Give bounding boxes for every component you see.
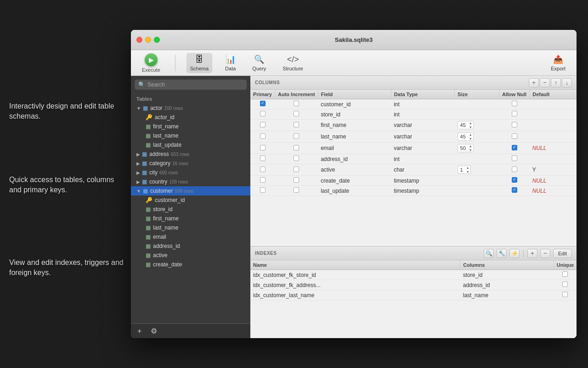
auto-inc-checkbox[interactable]: [294, 187, 299, 193]
auto-inc-checkbox[interactable]: [294, 111, 299, 116]
auto-inc-checkbox[interactable]: [294, 122, 299, 127]
edit-index-button[interactable]: Edit: [553, 249, 572, 258]
table-row[interactable]: activechar1▲▼Y: [250, 164, 577, 176]
auto-inc-checkbox[interactable]: [294, 133, 299, 139]
column-last-update-actor[interactable]: ▦ last_update: [131, 140, 250, 150]
add-index-button[interactable]: +: [527, 249, 537, 258]
auto-inc-checkbox[interactable]: [294, 177, 299, 183]
close-button[interactable]: [136, 37, 142, 43]
table-item-address[interactable]: ▶ ▦ address 603 rows: [131, 150, 250, 159]
search-box[interactable]: 🔍 Search: [135, 80, 247, 90]
remove-column-button[interactable]: −: [540, 78, 550, 87]
lightning-index-button[interactable]: ⚡: [509, 249, 520, 258]
schema-button[interactable]: 🗄 Schema: [187, 53, 212, 73]
auto-inc-checkbox[interactable]: [294, 145, 299, 150]
minimize-button[interactable]: [145, 37, 151, 43]
search-index-button[interactable]: 🔍: [484, 249, 494, 258]
allow-null-checkbox[interactable]: [512, 187, 517, 193]
add-column-button[interactable]: +: [529, 78, 539, 87]
table-item-category[interactable]: ▶ ▦ category 16 rows: [131, 159, 250, 168]
column-create-date-customer[interactable]: ▦ create_date: [131, 260, 250, 269]
query-label: Query: [252, 66, 266, 71]
table-row[interactable]: customer_idint: [250, 99, 577, 109]
structure-button[interactable]: </> Structure: [279, 53, 307, 73]
cell-auto-inc: [275, 143, 318, 154]
allow-null-checkbox[interactable]: [512, 145, 517, 150]
column-last-name-customer[interactable]: ▦ last_name: [131, 223, 250, 232]
size-stepper[interactable]: 1▲▼: [458, 166, 471, 174]
size-stepper[interactable]: 50▲▼: [458, 144, 474, 152]
data-icon: 📊: [226, 54, 236, 64]
auto-inc-checkbox[interactable]: [294, 101, 299, 106]
size-stepper[interactable]: 45▲▼: [458, 132, 474, 141]
table-row[interactable]: create_datetimestampNULL: [250, 176, 577, 186]
primary-checkbox[interactable]: [260, 177, 266, 183]
table-row[interactable]: last_updatetimestampNULL: [250, 186, 577, 196]
column-first-name-actor[interactable]: ▦ first_name: [131, 122, 250, 131]
wrench-index-button[interactable]: 🔧: [497, 249, 507, 258]
allow-null-checkbox[interactable]: [512, 155, 517, 161]
cell-default: NULL: [530, 143, 577, 154]
query-button[interactable]: 🔍 Query: [249, 52, 270, 73]
index-row[interactable]: idx_customer_last_namelast_name: [250, 290, 577, 300]
column-address-id-customer[interactable]: ▦ address_id: [131, 242, 250, 251]
table-row[interactable]: store_idint: [250, 109, 577, 120]
primary-checkbox[interactable]: [260, 187, 266, 193]
column-store-id[interactable]: ▦ store_id: [131, 205, 250, 214]
primary-checkbox[interactable]: [260, 122, 266, 127]
allow-null-checkbox[interactable]: [512, 177, 517, 183]
column-customer-id[interactable]: 🔑 customer_id: [131, 196, 250, 205]
add-table-button[interactable]: +: [135, 326, 144, 336]
move-up-button[interactable]: ↑: [551, 78, 561, 87]
remove-index-button[interactable]: −: [540, 249, 550, 258]
primary-checkbox[interactable]: [260, 101, 266, 106]
column-active-customer[interactable]: ▦ active: [131, 251, 250, 260]
table-row[interactable]: address_idint: [250, 154, 577, 164]
cell-data-type: char: [391, 164, 454, 176]
cell-idx-columns: store_id: [460, 270, 554, 280]
size-stepper[interactable]: 45▲▼: [458, 121, 474, 129]
index-row[interactable]: idx_customer_fk_store_idstore_id: [250, 270, 577, 280]
col-icon-last-name: ▦: [146, 132, 151, 139]
execute-button[interactable]: ▶ Execute: [138, 52, 164, 75]
allow-null-checkbox[interactable]: [512, 101, 517, 106]
cell-data-type: varchar: [391, 120, 454, 131]
export-button[interactable]: 📤 Export: [547, 52, 569, 73]
cell-idx-unique: [554, 270, 577, 280]
cell-primary: [250, 164, 275, 176]
table-item-country[interactable]: ▶ ▦ country 109 rows: [131, 177, 250, 186]
allow-null-checkbox[interactable]: [512, 167, 517, 172]
column-email-customer[interactable]: ▦ email: [131, 232, 250, 242]
column-actor-id[interactable]: 🔑 actor_id: [131, 113, 250, 122]
maximize-button[interactable]: [154, 37, 160, 43]
data-button[interactable]: 📊 Data: [221, 52, 239, 73]
primary-checkbox[interactable]: [260, 111, 266, 116]
primary-checkbox[interactable]: [260, 155, 266, 161]
settings-button[interactable]: ⚙: [148, 326, 160, 336]
auto-inc-checkbox[interactable]: [294, 167, 299, 172]
col-icon-store-id: ▦: [146, 206, 151, 213]
primary-checkbox[interactable]: [260, 145, 266, 150]
table-row[interactable]: first_namevarchar45▲▼: [250, 120, 577, 131]
table-item-city[interactable]: ▶ ▦ city 600 rows: [131, 168, 250, 177]
table-item-customer[interactable]: ▼ ▦ customer 599 rows: [131, 186, 250, 196]
column-last-name-actor[interactable]: ▦ last_name: [131, 131, 250, 140]
primary-checkbox[interactable]: [260, 167, 266, 172]
cell-auto-inc: [275, 186, 318, 196]
table-row[interactable]: emailvarchar50▲▼NULL: [250, 143, 577, 154]
allow-null-checkbox[interactable]: [512, 133, 517, 139]
unique-checkbox[interactable]: [562, 271, 568, 277]
allow-null-checkbox[interactable]: [512, 111, 517, 116]
unique-checkbox[interactable]: [562, 292, 568, 297]
auto-inc-checkbox[interactable]: [294, 155, 299, 161]
unique-checkbox[interactable]: [562, 282, 568, 287]
table-row[interactable]: last_namevarchar45▲▼: [250, 131, 577, 143]
index-row[interactable]: idx_customer_fk_address...address_id: [250, 280, 577, 290]
th-allow-null: Allow Null: [499, 90, 530, 99]
primary-checkbox[interactable]: [260, 133, 266, 139]
move-down-button[interactable]: ↓: [562, 78, 572, 87]
allow-null-checkbox[interactable]: [512, 122, 517, 127]
cell-default: [530, 120, 577, 131]
column-first-name-customer[interactable]: ▦ first_name: [131, 214, 250, 223]
table-item-actor[interactable]: ▼ ▦ actor 200 rows: [131, 104, 250, 113]
